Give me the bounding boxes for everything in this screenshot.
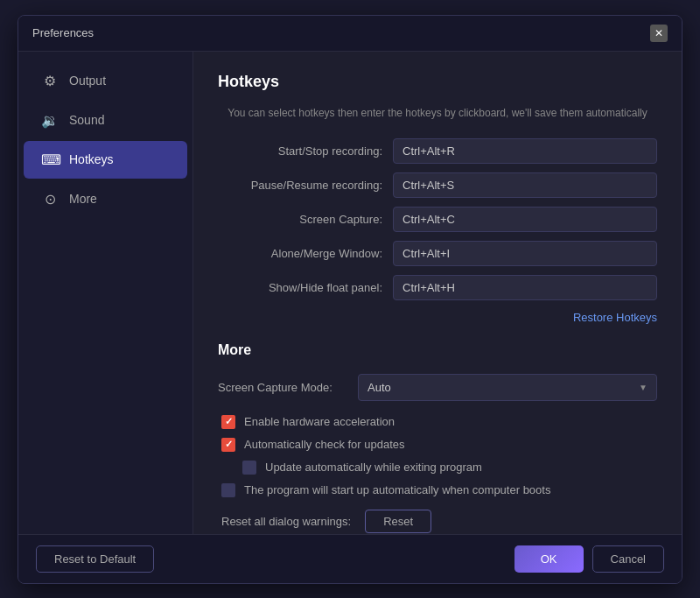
restore-hotkeys-link[interactable]: Restore Hotkeys xyxy=(573,311,657,324)
sidebar-item-label: Sound xyxy=(69,113,104,127)
checkbox-hw-accel-row: ✓ Enable hardware acceleration xyxy=(218,415,657,429)
checkbox-startup[interactable] xyxy=(221,483,235,497)
hotkey-label-screen-capture: Screen Capture: xyxy=(218,213,393,226)
checkbox-update-on-exit-row: Update automatically while exiting progr… xyxy=(218,461,657,475)
hotkey-row-pause-resume: Pause/Resume recording: xyxy=(218,172,657,198)
checkbox-startup-row: The program will start up automatically … xyxy=(218,483,657,497)
close-button[interactable]: ✕ xyxy=(650,25,668,42)
screen-capture-mode-row: Screen Capture Mode: Auto ▼ xyxy=(218,374,657,401)
ok-button[interactable]: OK xyxy=(514,545,584,573)
sidebar-item-output[interactable]: ⚙ Output xyxy=(24,62,187,100)
checkbox-auto-update[interactable]: ✓ xyxy=(221,438,235,452)
hotkey-row-screen-capture: Screen Capture: xyxy=(218,207,657,232)
hotkey-row-alone-merge: Alone/Merge Window: xyxy=(218,241,657,266)
checkmark-icon: ✓ xyxy=(225,439,233,450)
sound-icon: 🔉 xyxy=(41,112,59,129)
sidebar-item-hotkeys[interactable]: ⌨ Hotkeys xyxy=(24,141,187,179)
cancel-button[interactable]: Cancel xyxy=(592,545,664,573)
dialog-body: ⚙ Output 🔉 Sound ⌨ Hotkeys ⊙ More Hotkey… xyxy=(18,52,682,534)
screen-capture-mode-select[interactable]: Auto ▼ xyxy=(358,374,657,401)
dialog-title: Preferences xyxy=(32,26,94,39)
reset-dialog-row: Reset all dialog warnings: Reset xyxy=(221,510,657,533)
hotkey-label-show-hide: Show/Hide float panel: xyxy=(218,281,393,294)
checkbox-update-on-exit-label: Update automatically while exiting progr… xyxy=(265,461,482,474)
keyboard-icon: ⌨ xyxy=(41,151,59,168)
more-section-title: More xyxy=(218,342,657,358)
hotkey-label-pause-resume: Pause/Resume recording: xyxy=(218,179,393,192)
more-icon: ⊙ xyxy=(41,191,59,208)
hotkey-input-screen-capture[interactable] xyxy=(393,207,657,232)
footer-left: Reset to Default xyxy=(36,545,154,573)
sidebar-item-more[interactable]: ⊙ More xyxy=(24,180,187,218)
sidebar-item-label: Output xyxy=(69,74,106,88)
preferences-dialog: Preferences ✕ ⚙ Output 🔉 Sound ⌨ Hotkeys… xyxy=(18,15,682,584)
hotkey-label-alone-merge: Alone/Merge Window: xyxy=(218,247,393,260)
gear-icon: ⚙ xyxy=(41,73,59,89)
screen-capture-mode-label: Screen Capture Mode: xyxy=(218,381,358,394)
reset-dialog-label: Reset all dialog warnings: xyxy=(221,515,351,528)
hotkey-label-start-stop: Start/Stop recording: xyxy=(218,144,393,158)
sidebar: ⚙ Output 🔉 Sound ⌨ Hotkeys ⊙ More xyxy=(18,52,193,534)
checkbox-auto-update-row: ✓ Automatically check for updates xyxy=(218,438,657,452)
dropdown-arrow-icon: ▼ xyxy=(639,383,648,392)
checkbox-hw-accel-label: Enable hardware acceleration xyxy=(244,415,395,428)
hotkey-row-start-stop: Start/Stop recording: xyxy=(218,138,657,164)
hotkeys-section-title: Hotkeys xyxy=(218,73,657,91)
reset-to-default-button[interactable]: Reset to Default xyxy=(36,545,154,573)
hotkey-row-show-hide: Show/Hide float panel: xyxy=(218,275,657,300)
screen-capture-mode-value: Auto xyxy=(368,381,391,394)
dialog-footer: Reset to Default OK Cancel xyxy=(18,534,682,583)
hotkey-input-show-hide[interactable] xyxy=(393,275,657,300)
reset-dialog-button[interactable]: Reset xyxy=(365,510,431,533)
sidebar-item-label: Hotkeys xyxy=(69,152,114,166)
hotkey-input-pause-resume[interactable] xyxy=(393,172,657,198)
checkmark-icon: ✓ xyxy=(225,416,233,427)
sidebar-item-sound[interactable]: 🔉 Sound xyxy=(24,102,187,139)
title-bar: Preferences ✕ xyxy=(18,16,682,52)
sidebar-item-label: More xyxy=(69,192,97,206)
hotkey-input-start-stop[interactable] xyxy=(393,138,657,164)
restore-hotkeys-container: Restore Hotkeys xyxy=(218,309,657,325)
checkbox-hw-accel[interactable]: ✓ xyxy=(221,415,235,429)
checkbox-auto-update-label: Automatically check for updates xyxy=(244,438,405,451)
checkbox-startup-label: The program will start up automatically … xyxy=(244,483,550,496)
hotkey-input-alone-merge[interactable] xyxy=(393,241,657,266)
hotkeys-hint: You can select hotkeys then enter the ho… xyxy=(218,105,657,121)
checkbox-update-on-exit[interactable] xyxy=(242,461,256,475)
main-content: Hotkeys You can select hotkeys then ente… xyxy=(193,52,682,534)
footer-right: OK Cancel xyxy=(514,545,664,573)
